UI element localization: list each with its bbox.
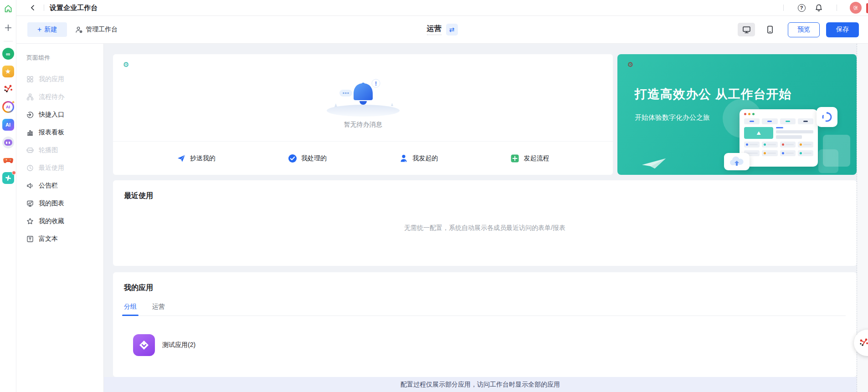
recently-used-card[interactable]: 最近使用 无需统一配置，系统自动展示各成员最近访问的表单/报表 xyxy=(113,180,857,266)
send-icon xyxy=(177,154,186,163)
refresh-loader-icon xyxy=(817,107,837,127)
rich-text-icon xyxy=(26,235,34,243)
config-notice-text: 配置过程仅展示部分应用，访问工作台时显示全部的应用 xyxy=(401,381,560,389)
robot-app-icon[interactable] xyxy=(2,137,14,148)
plus-square-icon xyxy=(510,154,519,163)
flow-icon xyxy=(26,93,34,101)
workspace-name: 运营 xyxy=(427,24,442,35)
star-outline-icon xyxy=(26,218,34,225)
recent-empty-text: 无需统一配置，系统自动展示各成员最近访问的表单/报表 xyxy=(124,201,846,255)
sidebar-item-my-charts[interactable]: 我的图表 xyxy=(26,194,103,212)
arrow-entry-icon xyxy=(26,111,34,118)
top-header: 设置企业工作台 ? 张 xyxy=(16,0,868,16)
apps-card-title: 我的应用 xyxy=(124,283,846,293)
preview-button[interactable]: 预览 xyxy=(788,22,820,37)
sidebar-item-my-apps: 我的应用 xyxy=(26,70,103,88)
paper-plane-shape xyxy=(641,158,667,171)
todo-empty-text: 暂无待办消息 xyxy=(344,121,382,129)
help-icon[interactable]: ? xyxy=(796,3,806,13)
quick-link-handled-by-me[interactable]: 我处理的 xyxy=(288,154,327,163)
cloud-upload-icon xyxy=(724,153,750,170)
switch-workspace-button[interactable]: ⇄ xyxy=(446,24,458,36)
my-apps-card[interactable]: 我的应用 分组 运营 测试应用(2) xyxy=(113,272,857,377)
empty-bell-illustration: ! xyxy=(324,72,402,118)
save-button[interactable]: 保存 xyxy=(826,22,859,37)
sidebar-item-flow-todo: 流程待办 xyxy=(26,88,103,106)
header-divider xyxy=(837,5,837,11)
grid-icon xyxy=(26,76,34,83)
notification-dot xyxy=(12,171,16,175)
announcement-icon xyxy=(26,182,34,189)
header-divider xyxy=(783,5,784,11)
ai-ring-app-icon[interactable]: AI✦ xyxy=(2,101,14,113)
app-item-label: 测试应用(2) xyxy=(162,341,195,349)
person-gear-icon xyxy=(75,26,83,34)
designer-toolbar: + 新建 管理工作台 运营 ⇄ 预览 保存 xyxy=(16,16,868,44)
back-button[interactable] xyxy=(27,2,38,13)
sidebar-item-recently-used: 最近使用 xyxy=(26,159,103,177)
sidebar-item-announcement[interactable]: 公告栏 xyxy=(26,177,103,194)
game-controller-app-icon[interactable] xyxy=(2,154,14,166)
network-icon xyxy=(858,337,868,348)
todo-widget-card[interactable]: ⚙ xyxy=(113,54,613,175)
banner-decor-stack xyxy=(818,149,838,173)
sidebar-item-carousel: 轮播图 xyxy=(26,141,103,159)
sidebar-item-my-favorites[interactable]: 我的收藏 xyxy=(26,212,103,230)
clock-icon xyxy=(26,164,34,172)
gem-app-icon xyxy=(133,334,155,356)
desktop-view-button[interactable] xyxy=(738,23,755,36)
teal-app-icon[interactable] xyxy=(2,172,14,184)
rail-divider xyxy=(4,41,13,41)
promo-banner-card[interactable]: ⚙ 打造高效办公 从工作台开始 开始体验数字化办公之旅 xyxy=(617,54,857,175)
person-icon xyxy=(399,154,408,163)
bar-chart-icon xyxy=(26,129,34,136)
bell-icon[interactable] xyxy=(814,3,824,13)
apps-tabs: 分组 运营 xyxy=(124,303,846,316)
design-canvas: ⚙ xyxy=(104,44,868,392)
manage-workspace-button[interactable]: 管理工作台 xyxy=(75,25,118,34)
plus-icon: + xyxy=(37,25,41,34)
banner-settings-gear-icon[interactable]: ⚙ xyxy=(627,61,633,69)
header-divider xyxy=(44,5,44,11)
widget-settings-gear-icon[interactable]: ⚙ xyxy=(123,61,129,69)
network-app-icon[interactable] xyxy=(2,83,14,95)
quick-link-initiated-by-me[interactable]: 我发起的 xyxy=(399,154,438,163)
new-button[interactable]: + 新建 xyxy=(27,22,67,37)
config-notice-bar: 配置过程仅展示部分应用，访问工作台时显示全部的应用 xyxy=(104,377,857,392)
user-avatar[interactable]: 张 xyxy=(850,2,862,14)
tab-group[interactable]: 分组 xyxy=(124,303,137,316)
recent-card-title: 最近使用 xyxy=(124,191,846,201)
app-item-test-app[interactable]: 测试应用(2) xyxy=(133,334,846,356)
ai-square-app-icon[interactable]: AI xyxy=(2,119,14,131)
home-icon[interactable] xyxy=(3,4,13,14)
banner-window-illustration: ⛰ xyxy=(740,109,818,167)
tab-operations[interactable]: 运营 xyxy=(152,303,165,316)
green-link-app-icon[interactable]: ∞ xyxy=(2,48,14,60)
mobile-view-button[interactable] xyxy=(761,23,779,36)
plus-icon[interactable] xyxy=(3,23,13,33)
sparkle-icon: ✦ xyxy=(11,100,15,105)
quick-links-row: 抄送我的 我处理的 我发起的 xyxy=(113,141,613,175)
sidebar-item-quick-entry[interactable]: 快捷入口 xyxy=(26,106,103,123)
quick-link-cc-to-me[interactable]: 抄送我的 xyxy=(177,154,216,163)
workspace-designer: ∞ ★ AI✦ AI xyxy=(0,0,868,392)
sidebar-item-rich-text[interactable]: 富文本 xyxy=(26,230,103,248)
svg-text:!: ! xyxy=(375,81,377,87)
star-app-icon[interactable]: ★ xyxy=(2,66,14,77)
edge-red-sliver xyxy=(866,3,868,13)
components-sidebar: 页面组件 我的应用 流程待办 快捷入口 报表看板 xyxy=(16,44,104,392)
sidebar-item-report-board[interactable]: 报表看板 xyxy=(26,123,103,141)
sidebar-title: 页面组件 xyxy=(26,54,103,62)
check-circle-icon xyxy=(288,154,297,163)
image-tile-icon: ⛰ xyxy=(744,127,773,139)
app-rail: ∞ ★ AI✦ AI xyxy=(0,0,16,392)
quick-link-start-flow[interactable]: 发起流程 xyxy=(510,154,549,163)
carousel-icon xyxy=(26,147,34,154)
page-title: 设置企业工作台 xyxy=(50,4,98,12)
chart-board-icon xyxy=(26,200,34,207)
